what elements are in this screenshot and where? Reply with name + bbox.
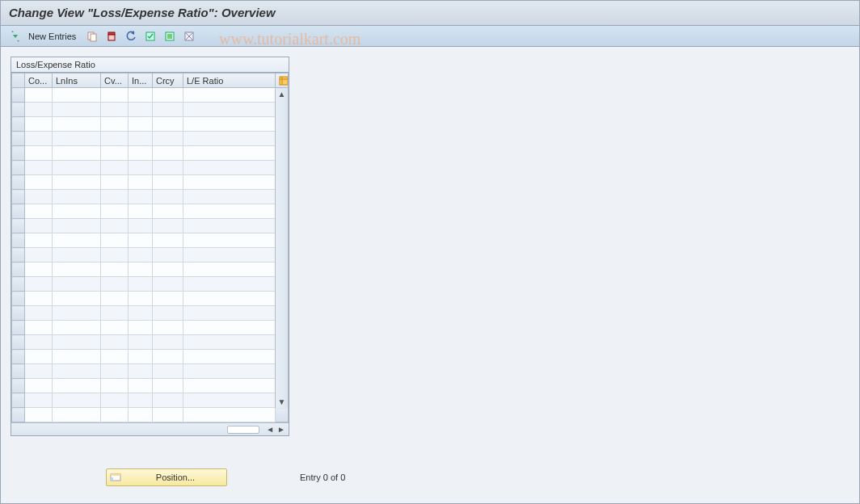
cell[interactable] [153,262,183,277]
cell[interactable] [25,190,53,204]
cell[interactable] [53,350,101,364]
row-selector[interactable] [12,103,25,117]
cell[interactable] [25,292,53,306]
table-row[interactable] [12,219,289,233]
cell[interactable] [101,393,129,408]
cell[interactable] [153,335,183,350]
cell[interactable] [101,292,129,306]
row-selector[interactable] [12,219,25,233]
cell[interactable] [153,132,183,146]
cell[interactable] [129,335,153,350]
cell[interactable] [153,408,183,422]
cell[interactable] [25,117,53,132]
cell[interactable] [183,262,276,277]
hscroll-thumb[interactable] [227,426,259,434]
cell[interactable] [183,117,276,132]
cell[interactable] [153,117,183,132]
cell[interactable] [153,146,183,161]
cell[interactable] [129,321,153,335]
cell[interactable] [101,219,129,233]
cell[interactable] [129,161,153,175]
row-selector[interactable] [12,88,25,103]
cell[interactable] [183,408,276,422]
cell[interactable] [25,364,53,379]
select-block-icon[interactable] [162,28,178,44]
cell[interactable] [153,175,183,190]
cell[interactable] [153,233,183,248]
cell[interactable] [183,292,276,306]
cell[interactable] [129,88,153,103]
cell[interactable] [153,379,183,393]
cell[interactable] [53,408,101,422]
cell[interactable] [25,393,53,408]
row-selector[interactable] [12,132,25,146]
cell[interactable] [101,103,129,117]
cell[interactable] [153,393,183,408]
cell[interactable] [53,248,101,262]
position-button[interactable]: Position... [106,468,227,486]
row-selector[interactable] [12,364,25,379]
cell[interactable] [25,161,53,175]
cell[interactable] [129,379,153,393]
cell[interactable] [153,219,183,233]
cell[interactable] [183,88,276,103]
row-selector[interactable] [12,117,25,132]
table-row[interactable] [12,132,289,146]
undo-change-icon[interactable] [123,28,139,44]
cell[interactable] [101,408,129,422]
row-selector[interactable] [12,233,25,248]
cell[interactable] [25,248,53,262]
cell[interactable] [25,103,53,117]
col-header[interactable]: In... [129,74,153,88]
cell[interactable] [129,393,153,408]
table-row[interactable] [12,321,289,335]
table-row[interactable] [12,408,289,422]
table-row[interactable] [12,379,289,393]
row-selector[interactable] [12,408,25,422]
cell[interactable] [25,408,53,422]
cell[interactable] [101,117,129,132]
cell[interactable] [25,233,53,248]
cell[interactable] [183,335,276,350]
scroll-right-icon[interactable]: ► [277,426,285,434]
table-row[interactable] [12,190,289,204]
row-selector[interactable] [12,175,25,190]
cell[interactable] [25,175,53,190]
cell[interactable] [53,146,101,161]
row-selector[interactable] [12,204,25,219]
cell[interactable] [129,277,153,292]
cell[interactable] [101,132,129,146]
cell[interactable] [153,306,183,321]
cell[interactable] [153,364,183,379]
cell[interactable] [183,204,276,219]
cell[interactable] [25,88,53,103]
toggle-display-change-icon[interactable] [7,28,23,44]
row-selector[interactable] [12,321,25,335]
cell[interactable] [25,379,53,393]
cell[interactable] [25,277,53,292]
cell[interactable] [183,175,276,190]
table-row[interactable] [12,88,289,103]
cell[interactable] [53,117,101,132]
table-row[interactable] [12,306,289,321]
cell[interactable] [153,88,183,103]
cell[interactable] [53,364,101,379]
cell[interactable] [129,219,153,233]
cell[interactable] [183,219,276,233]
cell[interactable] [25,204,53,219]
scroll-down-icon[interactable]: ▼ [278,398,286,406]
table-row[interactable] [12,161,289,175]
col-header[interactable]: L/E Ratio [183,74,276,88]
cell[interactable] [129,233,153,248]
cell[interactable] [53,103,101,117]
cell[interactable] [183,233,276,248]
row-selector[interactable] [12,277,25,292]
table-row[interactable] [12,103,289,117]
cell[interactable] [101,146,129,161]
cell[interactable] [129,190,153,204]
row-selector[interactable] [12,190,25,204]
cell[interactable] [53,277,101,292]
cell[interactable] [53,132,101,146]
cell[interactable] [53,190,101,204]
cell[interactable] [53,219,101,233]
